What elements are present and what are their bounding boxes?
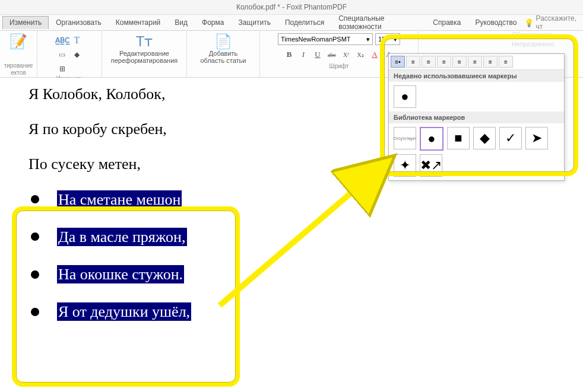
bullet-dot-icon [31, 270, 39, 279]
window-title: Колобок.pdf * - Foxit PhantomPDF [236, 3, 347, 11]
marker-library-header: Библиотека маркеров [389, 111, 564, 123]
align-center-button[interactable]: ≡ [422, 56, 436, 68]
edit-objects-button[interactable]: 📝 [0, 32, 39, 51]
indent-inc-button[interactable]: ≡ [483, 56, 498, 68]
menu-form[interactable]: Форма [195, 16, 231, 29]
bullet-text[interactable]: На окошке стужон. [57, 265, 184, 283]
menu-organize[interactable]: Организовать [49, 16, 109, 29]
marker-recent-disc[interactable]: ● [394, 85, 416, 108]
menu-view[interactable]: Вид [167, 16, 195, 29]
menu-guide[interactable]: Руководство [468, 16, 524, 29]
lightbulb-icon: 💡 [524, 18, 534, 27]
reflow-icon: Tᴛ [136, 33, 153, 50]
menu-help[interactable]: Справка [426, 16, 468, 29]
menu-protect[interactable]: Защитить [231, 16, 277, 29]
doc-line-1[interactable]: Я Колобок, Колобок, [28, 85, 191, 103]
bullet-text[interactable]: Я от дедушки ушёл, [57, 302, 191, 321]
recent-markers-header: Недавно использовавшиеся маркеры [389, 70, 564, 82]
align-left-button[interactable]: ≡ [406, 56, 420, 68]
reflow-edit-button[interactable]: Tᴛ Редактирование переформатирования [109, 32, 180, 65]
paragraph-align-row: ≡• ≡ ≡ ≡ ≡ ≡ ≡ ≡ [389, 54, 564, 70]
bullet-text[interactable]: На сметане мешон [57, 190, 182, 209]
menu-accessibility[interactable]: Специальные возможности [331, 12, 426, 33]
bullet-item[interactable]: Я от дедушки ушёл, [28, 302, 191, 321]
tell-me[interactable]: 💡 Расскажите, чт [524, 14, 581, 31]
subscript-button[interactable]: X₂ [354, 49, 367, 60]
superscript-button[interactable]: X² [340, 49, 353, 60]
font-name-value: TimesNewRomanPSMT [281, 36, 351, 43]
align-right-button[interactable]: ≡ [437, 56, 451, 68]
line-spacing-button[interactable]: ≡ [499, 56, 513, 68]
bullet-dot-icon [31, 232, 39, 241]
add-article-label: Добавить область статьи [201, 50, 246, 64]
image-tool-button[interactable]: ▭ [56, 48, 69, 61]
document-content[interactable]: Я Колобок, Колобок, Я по коробу скребен,… [28, 85, 191, 340]
group1-label: тирование ектов [4, 62, 33, 77]
font-family-select[interactable]: TimesNewRomanPSMT ▾ [278, 33, 373, 45]
marker-square[interactable]: ■ [447, 127, 470, 149]
chevron-down-icon: ▾ [394, 36, 397, 43]
bullet-item[interactable]: На окошке стужон. [28, 265, 191, 283]
font-group-label: Шрифт [329, 63, 349, 71]
marker-disc[interactable]: ● [420, 127, 443, 151]
add-article-button[interactable]: 📄 Добавить область статьи [198, 32, 249, 65]
bullet-text[interactable]: Да в масле пряжон, [57, 228, 187, 246]
menu-share[interactable]: Поделиться [278, 16, 331, 29]
indent-dec-button[interactable]: ≡ [468, 56, 482, 68]
font-color-button[interactable]: A [368, 49, 381, 60]
article-icon: 📄 [214, 33, 232, 50]
italic-button[interactable]: I [297, 49, 310, 60]
text-tool-button[interactable]: T [71, 34, 84, 47]
edit-objects-icon: 📝 [9, 33, 27, 50]
marker-diamond[interactable]: ◆ [473, 127, 496, 149]
marker-none[interactable]: Отсутствует [394, 127, 416, 149]
menu-edit[interactable]: Изменить [2, 16, 49, 29]
bullet-library-popup[interactable]: ≡• ≡ ≡ ≡ ≡ ≡ ≡ ≡ Недавно использовавшиес… [388, 53, 565, 181]
marker-arrow[interactable]: ➤ [525, 127, 548, 149]
align-justify-button[interactable]: ≡ [452, 56, 467, 68]
marker-check[interactable]: ✓ [499, 127, 522, 149]
shape-tool-button[interactable]: ◆ [71, 48, 84, 61]
menu-comment[interactable]: Комментарий [109, 16, 168, 29]
doc-line-2[interactable]: Я по коробу скребен, [28, 120, 191, 138]
bullet-dot-icon [31, 195, 39, 203]
link-button[interactable]: ⊞ [56, 62, 69, 75]
bullet-item[interactable]: Да в масле пряжон, [28, 228, 191, 246]
font-size-select[interactable]: 12 ▾ [375, 33, 400, 45]
doc-line-3[interactable]: По сусеку метен, [28, 155, 191, 173]
marker-crossed-arrow[interactable]: ✖︎↗ [420, 154, 442, 177]
bullet-dot-icon [31, 308, 39, 316]
tell-me-label: Расскажите, чт [536, 14, 578, 31]
bullet-list-button[interactable]: ≡• [391, 56, 405, 68]
strike-button[interactable]: abc [325, 49, 338, 60]
menu-bar: Изменить Организовать Комментарий Вид Фо… [0, 15, 583, 31]
title-bar: Колобок.pdf * - Foxit PhantomPDF [0, 0, 583, 15]
bullet-item[interactable]: На сметане мешон [28, 190, 191, 209]
marker-sparkle[interactable]: ✦ [394, 154, 416, 177]
icon-a[interactable]: A̲B̲C̲ [56, 34, 69, 47]
bold-button[interactable]: B [283, 49, 296, 60]
reflow-label: Редактирование переформатирования [111, 50, 178, 64]
bullet-list[interactable]: На сметане мешон Да в масле пряжон, На о… [28, 190, 191, 321]
font-size-value: 12 [378, 36, 385, 43]
chevron-down-icon: ▾ [366, 36, 370, 43]
underline-button[interactable]: U [311, 49, 324, 60]
